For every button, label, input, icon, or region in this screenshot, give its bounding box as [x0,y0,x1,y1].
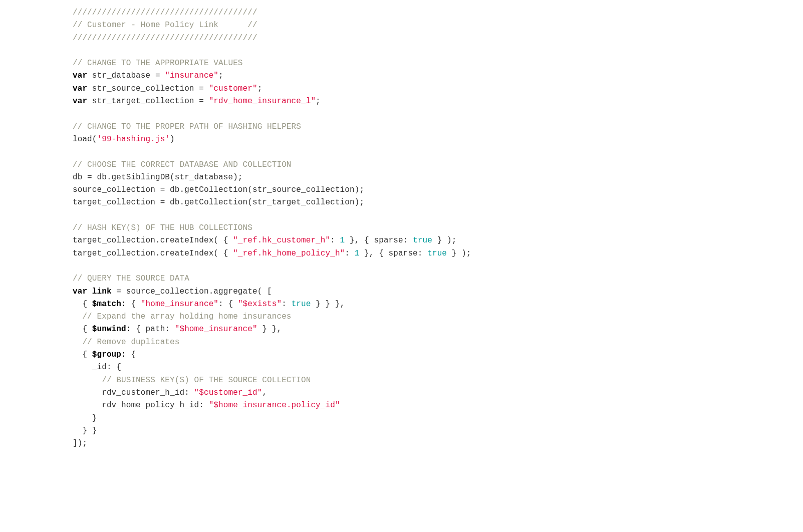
code-text: rdv_home_policy_h_id: [73,401,209,410]
code-text: : [330,236,340,245]
code-text: target_collection.createIndex( { [73,249,233,258]
comment-line: // Customer - Home Policy Link // [73,21,257,30]
comment-line: // QUERY THE SOURCE DATA [73,274,189,283]
keyword: var [73,287,87,296]
code-text: load( [73,135,97,144]
constant-literal: true [292,300,311,309]
code-text [87,287,92,296]
code-text: ; [257,84,262,93]
comment-line: // CHANGE TO THE APPROPRIATE VALUES [73,59,243,68]
code-text: ; [218,71,223,80]
code-text: str_database = [87,71,165,80]
comment-line: // CHANGE TO THE PROPER PATH OF HASHING … [73,122,301,131]
comment-line: // Remove duplicates [73,338,179,347]
keyword: var [73,71,87,80]
string-literal: "insurance" [165,71,218,80]
string-literal: "$home_insurance" [175,325,257,334]
code-text: target_collection.createIndex( { [73,236,233,245]
string-literal: "_ref.hk_home_policy_h" [233,249,345,258]
string-literal: "$exists" [238,300,282,309]
code-text: } [73,414,97,423]
comment-line: // HASH KEY(S) OF THE HUB COLLECTIONS [73,223,252,232]
code-text: db = db.getSiblingDB(str_database); [73,173,243,182]
code-text: str_target_collection = [87,97,209,106]
code-text: ; [316,97,321,106]
constant-literal: true [413,236,432,245]
code-text: } ); [432,236,457,245]
comment-line: // CHOOSE THE CORRECT DATABASE AND COLLE… [73,160,292,169]
code-text: ]); [73,439,87,448]
code-text: { path: [131,325,174,334]
constant-literal: true [427,249,447,258]
code-text: _id: { [73,363,121,372]
code-text: }, { sparse: [345,236,413,245]
code-text: target_collection = db.getCollection(str… [73,198,364,207]
code-text: = source_collection.aggregate( [ [112,287,272,296]
code-text: }, { sparse: [359,249,427,258]
code-text: } ); [447,249,471,258]
string-literal: "$customer_id" [194,388,262,397]
code-block: ////////////////////////////////////// /… [0,0,803,450]
code-text: { [73,300,92,309]
keyword: $unwind: [92,325,131,334]
code-text: { [126,350,136,359]
keyword: $match: [92,300,126,309]
string-literal: '99-hashing.js' [97,135,170,144]
string-literal: "customer" [209,84,257,93]
string-literal: "home_insurance" [141,300,218,309]
code-text: } } }, [311,300,345,309]
comment-line: // Expand the array holding home insuran… [73,312,292,321]
number-literal: 1 [355,249,360,258]
code-text: { [73,325,92,334]
keyword: $group: [92,350,126,359]
code-text: , [262,388,267,397]
string-literal: "rdv_home_insurance_l" [209,97,316,106]
code-text: { [126,300,141,309]
code-text: rdv_customer_h_id: [73,388,194,397]
code-text: { [73,350,92,359]
code-text: } } [73,426,97,435]
code-text: : { [218,300,238,309]
code-text: ) [170,135,175,144]
code-text: } }, [257,325,282,334]
keyword: var [73,97,87,106]
string-literal: "$home_insurance.policy_id" [209,401,340,410]
comment-line: ////////////////////////////////////// [73,8,257,17]
code-text: : [282,300,291,309]
code-text: str_source_collection = [87,84,209,93]
code-text: source_collection = db.getCollection(str… [73,185,364,194]
code-text: : [345,249,354,258]
number-literal: 1 [340,236,345,245]
keyword: var [73,84,87,93]
comment-line: // BUSINESS KEY(S) OF THE SOURCE COLLECT… [73,376,311,385]
string-literal: "_ref.hk_customer_h" [233,236,330,245]
keyword: link [92,287,112,296]
comment-line: ////////////////////////////////////// [73,34,257,43]
